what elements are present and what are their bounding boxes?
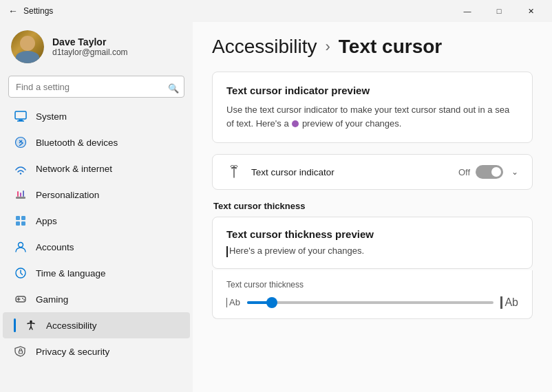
network-label: Network & internet: [36, 164, 112, 174]
gaming-label: Gaming: [36, 294, 68, 305]
sidebar-item-accounts[interactable]: Accounts: [3, 234, 190, 260]
svg-rect-10: [16, 216, 20, 220]
accounts-icon: [14, 240, 28, 254]
time-label: Time & language: [36, 268, 106, 279]
breadcrumb-separator: ›: [325, 38, 330, 56]
user-profile[interactable]: Dave Taylor d1taylor@gmail.com: [0, 22, 193, 73]
title-bar-controls: — □ ✕: [452, 0, 546, 22]
personalization-label: Personalization: [36, 190, 99, 200]
window-title: Settings: [23, 6, 53, 16]
sidebar-item-apps[interactable]: Apps: [3, 208, 190, 234]
privacy-icon: [14, 345, 28, 358]
thickness-preview-description: Here's a preview of your changes.: [226, 246, 518, 257]
back-icon[interactable]: ←: [8, 6, 18, 17]
sidebar-item-network[interactable]: Network & internet: [3, 155, 190, 182]
time-icon: [14, 266, 28, 280]
accounts-label: Accounts: [36, 242, 74, 252]
svg-rect-6: [16, 197, 25, 199]
avatar: [11, 30, 44, 63]
slider-row: Ab Ab: [226, 296, 518, 309]
thickness-preview-card: Text cursor thickness preview Here's a p…: [212, 217, 533, 269]
personalization-icon: [14, 188, 28, 202]
breadcrumb-current: Text cursor: [339, 36, 442, 58]
breadcrumb-parent: Accessibility: [212, 36, 317, 58]
cursor-indicator-toggle[interactable]: [476, 165, 503, 179]
search-icon: 🔍: [168, 83, 179, 94]
network-icon: [14, 162, 28, 175]
slider-min-label: Ab: [226, 297, 240, 307]
sidebar-item-gaming[interactable]: Gaming: [3, 286, 190, 312]
user-info: Dave Taylor d1taylor@gmail.com: [52, 36, 128, 57]
accessibility-label: Accessibility: [46, 320, 97, 331]
svg-point-5: [20, 173, 21, 174]
cursor-small-icon: [226, 298, 227, 307]
cursor-indicator-setting-row[interactable]: Text cursor indicator Off ⌄: [212, 154, 533, 190]
user-name: Dave Taylor: [52, 36, 128, 47]
setting-row-left: Text cursor indicator: [226, 164, 335, 179]
apps-icon: [14, 214, 28, 228]
system-label: System: [36, 111, 67, 122]
sidebar-item-bluetooth[interactable]: Bluetooth & devices: [3, 129, 190, 155]
user-email: d1taylor@gmail.com: [52, 47, 128, 57]
cursor-large-icon: [500, 296, 502, 309]
bluetooth-label: Bluetooth & devices: [36, 138, 118, 148]
thickness-preview-title: Text cursor thickness preview: [226, 228, 518, 240]
search-input[interactable]: [8, 76, 184, 98]
svg-rect-22: [19, 351, 23, 353]
page-header: Accessibility › Text cursor: [212, 36, 533, 58]
cursor-indicator-label: Text cursor indicator: [251, 167, 335, 177]
svg-rect-8: [20, 193, 21, 197]
cursor-indicator-icon: [226, 164, 242, 179]
indicator-preview-desc2: preview of your changes.: [302, 118, 402, 129]
toggle-thumb: [491, 167, 501, 177]
svg-rect-7: [17, 191, 19, 197]
sidebar: Dave Taylor d1taylor@gmail.com 🔍 System: [0, 22, 193, 392]
slider-thumb[interactable]: [266, 297, 277, 308]
svg-point-14: [19, 243, 23, 248]
title-bar-left: ← Settings: [8, 6, 53, 17]
setting-row-right: Off ⌄: [458, 165, 518, 179]
svg-point-21: [30, 320, 32, 323]
indicator-preview-title: Text cursor indicator preview: [226, 85, 518, 96]
sidebar-item-privacy[interactable]: Privacy & security: [3, 338, 190, 364]
privacy-label: Privacy & security: [36, 347, 109, 357]
cursor-dot-preview: [292, 120, 299, 127]
sidebar-item-personalization[interactable]: Personalization: [3, 182, 190, 208]
svg-rect-9: [23, 190, 24, 197]
svg-rect-11: [21, 216, 25, 220]
chevron-down-icon[interactable]: ⌄: [511, 167, 518, 177]
sidebar-item-time[interactable]: Time & language: [3, 260, 190, 286]
svg-point-19: [22, 298, 23, 299]
accessibility-icon: [24, 318, 38, 332]
thickness-section-label: Text cursor thickness: [212, 201, 533, 211]
bluetooth-icon: [14, 135, 28, 149]
main-layout: Dave Taylor d1taylor@gmail.com 🔍 System: [0, 22, 552, 392]
svg-rect-12: [16, 221, 20, 226]
search-container: 🔍: [0, 73, 193, 103]
maximize-button[interactable]: □: [483, 0, 515, 22]
sidebar-item-system[interactable]: System: [3, 103, 190, 129]
active-indicator: [14, 318, 16, 332]
svg-rect-0: [15, 111, 26, 119]
minimize-button[interactable]: —: [452, 0, 483, 22]
svg-rect-13: [21, 221, 25, 226]
gaming-icon: [14, 292, 28, 306]
cursor-preview-line: [226, 246, 228, 257]
thickness-slider-label: Text cursor thickness: [226, 280, 518, 290]
svg-point-20: [23, 299, 25, 301]
thickness-slider-track[interactable]: [247, 301, 494, 304]
title-bar: ← Settings — □ ✕: [0, 0, 552, 22]
sidebar-item-accessibility[interactable]: Accessibility: [3, 312, 190, 338]
close-button[interactable]: ✕: [515, 0, 546, 22]
indicator-preview-description: Use the text cursor indicator to make yo…: [226, 103, 518, 130]
content-area: Accessibility › Text cursor Text cursor …: [193, 22, 552, 392]
slider-max-label: Ab: [500, 296, 518, 309]
system-icon: [14, 109, 28, 123]
toggle-status: Off: [458, 167, 470, 177]
thickness-slider-card: Text cursor thickness Ab Ab: [212, 270, 533, 319]
cursor-indicator-preview-card: Text cursor indicator preview Use the te…: [212, 72, 533, 143]
apps-label: Apps: [36, 216, 57, 226]
